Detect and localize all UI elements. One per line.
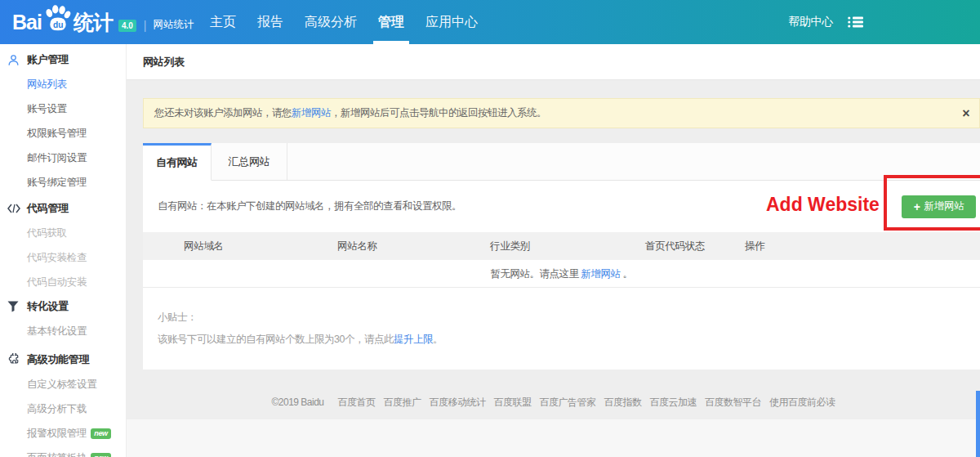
page-title: 网站列表 (143, 55, 185, 69)
logo-text-tongji: 统计 (74, 9, 113, 36)
column-header: 网站域名 (184, 232, 224, 260)
topbar-right: 帮助中心 (788, 15, 863, 29)
raise-limit-link[interactable]: 提升上限 (394, 334, 433, 345)
code-icon (7, 202, 27, 215)
baidu-paw-icon: du (42, 3, 73, 34)
sidebar-item[interactable]: 代码自动安装 (0, 270, 126, 294)
tabs: 自有网站汇总网站 (143, 143, 980, 181)
nav-item[interactable]: 主页 (199, 0, 247, 44)
sidebar-item[interactable]: 高级分析下载 (0, 397, 126, 421)
topbar: Bai du 统计 4.0 | 网站统计 主页报告高级分析管理应用中心 帮助中心 (0, 0, 980, 44)
svg-text:du: du (53, 20, 63, 29)
nav-item[interactable]: 管理 (368, 0, 415, 44)
tips-line: 该账号下可以建立的自有网站个数上限为30个，请点此提升上限。 (158, 329, 965, 351)
table-empty-row: 暂无网站。请点这里 新增网站 。 (143, 260, 980, 288)
sidebar-item[interactable]: 网站列表 (0, 72, 126, 96)
user-icon (7, 53, 27, 66)
logo-text-bai: Bai (12, 11, 42, 34)
nav-item[interactable]: 报告 (247, 0, 294, 44)
table-header: 网站域名网站名称行业类别首页代码状态操作 (143, 232, 980, 260)
page-header: 网站列表 (127, 44, 980, 80)
close-icon[interactable]: × (962, 107, 969, 120)
tips-title: 小贴士： (158, 307, 965, 329)
footer-link[interactable]: 百度首页 (338, 397, 376, 408)
footer-link[interactable]: 百度指数 (604, 397, 642, 408)
tab-active[interactable]: 自有网站 (143, 143, 212, 181)
bottom-strip (127, 419, 980, 457)
sidebar-item[interactable]: 报警权限管理new (0, 421, 126, 446)
tab-inactive[interactable]: 汇总网站 (212, 143, 287, 180)
sidebar-item[interactable]: 账号绑定管理 (0, 170, 126, 195)
footer: ©2019 Baidu百度首页百度推广百度移动统计百度联盟百度广告管家百度指数百… (127, 370, 980, 410)
nav-item[interactable]: 高级分析 (294, 0, 368, 44)
sidebar-item[interactable]: 邮件订阅设置 (0, 146, 126, 170)
annotation-box (884, 175, 980, 231)
nav-item[interactable]: 应用中心 (415, 0, 488, 44)
notice-bar: 您还未对该账户添加网站，请您新增网站，新增网站后可点击导航中的返回按钮进入系统。… (143, 98, 980, 128)
footer-link[interactable]: 百度数智平台 (705, 397, 761, 408)
help-center-link[interactable]: 帮助中心 (788, 15, 833, 29)
sidebar-item[interactable]: 基本转化设置 (0, 319, 126, 343)
version-badge: 4.0 (118, 20, 136, 32)
sidebar-item[interactable]: 权限账号管理 (0, 121, 126, 146)
sidebar-item[interactable]: 代码获取 (0, 221, 126, 245)
empty-add-site-link[interactable]: 新增网站 (581, 268, 621, 280)
column-header: 操作 (745, 232, 764, 260)
sidebar-item[interactable]: 页面核算板块new (0, 446, 126, 457)
main-content: 网站列表 您还未对该账户添加网站，请您新增网站，新增网站后可点击导航中的返回按钮… (127, 44, 980, 457)
sidebar-item[interactable]: 账号设置 (0, 96, 126, 121)
column-header: 行业类别 (490, 232, 530, 260)
sidebar-section-header[interactable]: 代码管理 (0, 196, 126, 221)
new-badge: new (91, 453, 111, 457)
notice-text: 您还未对该账户添加网站，请您新增网站，新增网站后可点击导航中的返回按钮进入系统。 (154, 106, 546, 120)
baidu-tongji-logo[interactable]: Bai du 统计 4.0 | 网站统计 (12, 9, 194, 36)
sidebar: 账户管理网站列表账号设置权限账号管理邮件订阅设置账号绑定管理代码管理代码获取代码… (0, 44, 127, 457)
new-badge: new (91, 428, 111, 439)
puzzle-icon (7, 353, 27, 366)
copyright: ©2019 Baidu (271, 397, 323, 408)
main-nav: 主页报告高级分析管理应用中心 (199, 0, 488, 44)
column-header: 网站名称 (337, 232, 377, 260)
tips: 小贴士： 该账号下可以建立的自有网站个数上限为30个，请点此提升上限。 (143, 288, 980, 351)
sidebar-section-header[interactable]: 高级功能管理 (0, 347, 126, 372)
annotation-add-website: Add Website (766, 194, 880, 216)
footer-link[interactable]: 百度推广 (384, 397, 421, 408)
footer-link[interactable]: 百度联盟 (494, 397, 532, 408)
notice-add-site-link[interactable]: 新增网站 (292, 107, 331, 119)
column-header: 首页代码状态 (645, 232, 705, 260)
funnel-icon (7, 300, 27, 313)
list-menu-icon[interactable] (848, 16, 863, 28)
footer-link[interactable]: 使用百度前必读 (769, 397, 835, 408)
scrollbar-thumb[interactable] (976, 391, 980, 457)
tab-description: 自有网站：在本账户下创建的网站域名，拥有全部的查看和设置权限。 (158, 199, 461, 213)
footer-link[interactable]: 百度云加速 (650, 397, 697, 408)
sidebar-item[interactable]: 代码安装检查 (0, 245, 126, 270)
product-name: 网站统计 (153, 18, 194, 32)
footer-link[interactable]: 百度移动统计 (430, 397, 486, 408)
sidebar-item[interactable]: 自定义标签设置 (0, 372, 126, 397)
website-list-card: 自有网站汇总网站 自有网站：在本账户下创建的网站域名，拥有全部的查看和设置权限。… (143, 143, 980, 370)
sidebar-section-header[interactable]: 转化设置 (0, 294, 126, 319)
logo-divider: | (144, 19, 147, 32)
footer-link[interactable]: 百度广告管家 (540, 397, 596, 408)
sidebar-section-header[interactable]: 账户管理 (0, 47, 126, 72)
